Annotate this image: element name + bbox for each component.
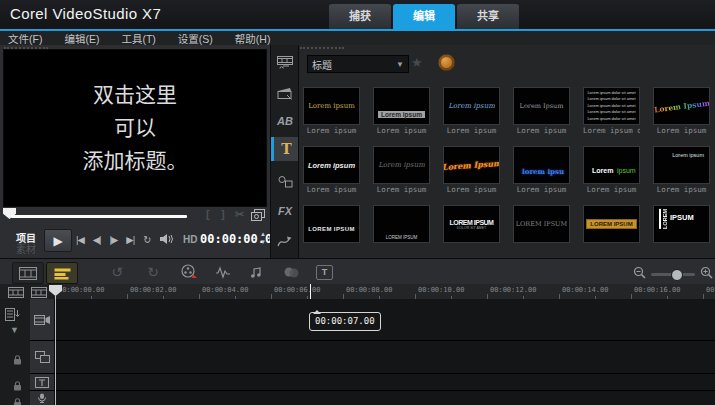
library-thumbnail[interactable]: Lorem ipsum bbox=[373, 87, 430, 125]
thumbnail-caption bbox=[443, 244, 500, 254]
show-all-tracks-icon[interactable] bbox=[6, 286, 26, 298]
library-thumbnail[interactable]: Loremipsum bbox=[583, 146, 640, 184]
previous-frame-button[interactable]: ◀| bbox=[93, 234, 101, 245]
mark-out-button[interactable]: ] bbox=[221, 208, 225, 220]
library-nav-title-icon[interactable]: T bbox=[271, 137, 299, 161]
preview-seek-bar[interactable] bbox=[11, 215, 187, 218]
library-thumbnail[interactable]: LOREMIPSUM bbox=[653, 205, 710, 243]
preview-placeholder-text: 双击这里 bbox=[93, 79, 177, 112]
timeline-zoom-handle[interactable] bbox=[671, 269, 683, 281]
ripple-edit-lock-icon[interactable] bbox=[13, 351, 22, 369]
track-manager-icon[interactable] bbox=[5, 307, 21, 325]
library-thumbnail-cell: Lorem ipsum dolor sit amet Lorem ipsum d… bbox=[583, 87, 640, 136]
thumbnail-text: LOREM IPSUM bbox=[586, 219, 636, 229]
menu-item[interactable]: 帮助(H) bbox=[227, 31, 285, 46]
library-nav-media-icon[interactable] bbox=[271, 51, 299, 75]
timeline-ruler[interactable]: 00:00:00.0000:00:02.0000:00:04.0000:00:0… bbox=[0, 284, 715, 300]
library-nav-filter-icon[interactable]: FX bbox=[271, 199, 299, 223]
mark-in-button[interactable]: [ bbox=[206, 208, 210, 220]
title-track[interactable] bbox=[55, 374, 715, 391]
tab-share[interactable]: 共享 bbox=[457, 4, 519, 29]
library-thumbnail[interactable]: Lorem ipsum bbox=[303, 87, 360, 125]
record-capture-icon[interactable] bbox=[178, 262, 200, 282]
library-nav-instant-project-icon[interactable] bbox=[271, 81, 299, 105]
wrap-tracks-icon[interactable] bbox=[29, 286, 49, 298]
undo-icon[interactable]: ↺ bbox=[106, 262, 128, 282]
library-nav-transition-icon[interactable]: AB bbox=[271, 109, 299, 133]
voice-track-header[interactable] bbox=[30, 391, 55, 405]
library-thumbnail[interactable]: LOREM IPSUM bbox=[583, 205, 640, 243]
zoom-in-icon[interactable] bbox=[700, 265, 713, 283]
menu-item[interactable]: 设置(S) bbox=[170, 31, 227, 46]
stepper-up-icon[interactable]: ▲ bbox=[260, 230, 268, 238]
clip-mode-toggle[interactable]: 素材 bbox=[16, 241, 36, 256]
volume-icon[interactable] bbox=[159, 233, 174, 247]
gallery-category-dropdown[interactable]: 标题 ▼ bbox=[307, 55, 409, 73]
video-track[interactable] bbox=[55, 299, 715, 341]
overlay-track-header[interactable] bbox=[30, 341, 55, 374]
stepper-down-icon[interactable]: ▼ bbox=[260, 238, 268, 246]
voice-track[interactable] bbox=[55, 391, 715, 405]
transport-controls: |◀◀||▶▶|↻ bbox=[76, 229, 174, 250]
play-button[interactable]: ▶ bbox=[44, 229, 72, 252]
zoom-out-icon[interactable] bbox=[633, 265, 646, 283]
ripple-edit-lock-icon[interactable] bbox=[13, 394, 22, 405]
timeline-view-button[interactable] bbox=[46, 262, 78, 284]
snapshot-icon[interactable] bbox=[251, 207, 265, 225]
thumbnail-caption: Lorem ipsum bbox=[373, 126, 430, 136]
preview-panel: 双击这里可以添加标题。 [ ] ✂ 项目 素材 ▶ |◀◀||▶▶|↻ HD 0… bbox=[0, 45, 270, 258]
add-to-favorites-icon[interactable]: ★ bbox=[411, 55, 423, 70]
go-to-end-button[interactable]: ▶| bbox=[126, 234, 134, 245]
library-nav-motion-path-icon[interactable] bbox=[271, 229, 299, 253]
ripple-edit-lock-icon[interactable] bbox=[13, 377, 22, 395]
thumbnail-text-2: DOLOR SIT AMET bbox=[457, 226, 486, 230]
storyboard-view-button[interactable] bbox=[12, 262, 44, 284]
timecode-stepper[interactable]: ▲ ▼ bbox=[260, 230, 268, 246]
thumbnail-text: LOREM IPSUM bbox=[308, 226, 355, 232]
video-track-header[interactable] bbox=[30, 299, 55, 341]
motion-tracking-icon[interactable] bbox=[280, 262, 302, 282]
sound-mixer-icon[interactable] bbox=[212, 262, 234, 282]
title-track-header[interactable] bbox=[30, 374, 55, 391]
library-thumbnail[interactable]: LOREM IPSUM bbox=[373, 205, 430, 243]
library-nav-graphic-icon[interactable] bbox=[271, 169, 299, 193]
tab-edit[interactable]: 编辑 bbox=[393, 4, 455, 29]
thumbnail-caption: Lorem ipsum bbox=[443, 126, 500, 136]
tab-capture[interactable]: 捕获 bbox=[329, 4, 391, 29]
library-thumbnail[interactable]: Lorem Ipsum bbox=[513, 87, 570, 125]
next-frame-button[interactable]: |▶ bbox=[110, 234, 118, 245]
get-more-content-icon[interactable] bbox=[438, 54, 455, 71]
library-thumbnail[interactable]: Lorem ipsum bbox=[303, 146, 360, 184]
thumbnail-text: Lorem bbox=[592, 167, 613, 174]
library-thumbnail[interactable]: Lorem ipsum bbox=[373, 146, 430, 184]
menu-item[interactable]: 文件(F) bbox=[0, 31, 56, 46]
library-thumbnail[interactable]: Lorem ipsum bbox=[443, 87, 500, 125]
thumbnail-caption: Lorem ipsum bbox=[303, 185, 360, 195]
menu-item[interactable]: 工具(T) bbox=[113, 31, 169, 46]
playhead[interactable] bbox=[55, 296, 56, 405]
preview-placeholder-text: 可以 bbox=[114, 112, 156, 145]
thumbnail-caption: Lorem ipsum bbox=[443, 185, 500, 195]
library-thumbnail[interactable]: LOREM IPSUM bbox=[303, 205, 360, 243]
library-thumbnail[interactable]: Lorem ipsum dolor sit amet Lorem ipsum d… bbox=[583, 87, 640, 125]
library-thumbnail[interactable]: Lorem Ipsum bbox=[653, 87, 710, 125]
thumbnail-text: Lorem Ipsum bbox=[653, 98, 710, 114]
redo-icon[interactable]: ↻ bbox=[142, 262, 164, 282]
chevron-down-icon[interactable]: ▼ bbox=[10, 325, 19, 335]
auto-music-icon[interactable] bbox=[246, 262, 268, 282]
repeat-button[interactable]: ↻ bbox=[143, 234, 150, 245]
subtitle-editor-button[interactable]: T bbox=[316, 265, 333, 280]
library-thumbnail-cell: LoremipsumLorem ipsum bbox=[583, 146, 640, 195]
library-thumbnail[interactable]: LOREM IPSUM bbox=[513, 205, 570, 243]
overlay-track[interactable] bbox=[55, 341, 715, 374]
go-to-start-button[interactable]: |◀ bbox=[76, 234, 84, 245]
filter-glyph: FX bbox=[278, 205, 292, 217]
library-thumbnail[interactable]: Lorem Ipsum bbox=[443, 146, 500, 184]
library-thumbnail[interactable]: lorem ipsu bbox=[513, 146, 570, 184]
preview-video[interactable]: 双击这里可以添加标题。 bbox=[3, 49, 267, 207]
library-thumbnail[interactable]: LOREM IPSUMDOLOR SIT AMET bbox=[443, 205, 500, 243]
menu-item[interactable]: 编辑(E) bbox=[56, 31, 113, 46]
library-thumbnail[interactable]: Lorem ipsum bbox=[653, 146, 710, 184]
hd-toggle[interactable]: HD bbox=[183, 234, 197, 245]
split-clip-button[interactable]: ✂ bbox=[235, 208, 244, 221]
